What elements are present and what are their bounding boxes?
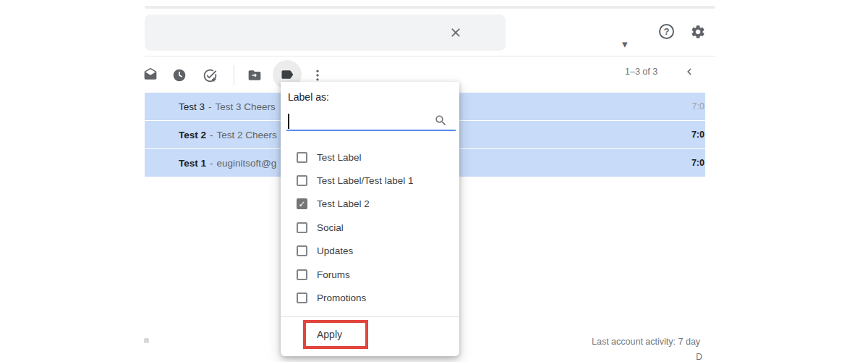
label-option-text: Forums [317,269,350,280]
newer-page-button[interactable] [683,65,696,78]
move-to-button[interactable] [247,68,262,83]
email-snippet: euginitsoft@g [217,158,277,169]
more-vert-icon [310,68,325,83]
open-envelope-icon [143,67,158,82]
search-icon [434,114,448,127]
email-time: 7:0 [692,158,705,168]
label-as-menu: Label as: ✓ Test Label ✓ Test Label/Test… [281,82,459,356]
help-glyph: ? [664,26,670,37]
email-subject: Test 2 [179,130,206,140]
close-icon [448,25,463,40]
label-option-text: Promotions [317,292,366,303]
email-dash: - [210,130,213,140]
label-as-title: Label as: [288,91,329,103]
label-option-text: Test Label/Test label 1 [317,175,414,186]
top-edge-bar [145,6,715,9]
label-option-text: Test Label 2 [317,198,370,209]
label-option[interactable]: ✓ Test Label/Test label 1 [281,169,459,192]
label-option[interactable]: ✓ Test Label 2 [281,193,459,216]
email-subject: Test 1 [179,158,206,169]
text-cursor [288,114,289,129]
label-option-text: Test Label [317,152,362,163]
email-subject: Test 3 [179,101,205,112]
snooze-button[interactable] [172,68,187,83]
label-list: ✓ Test Label ✓ Test Label/Test label 1 ✓… [281,146,459,310]
checkbox-unchecked[interactable]: ✓ [297,245,307,256]
check-plus-icon [203,68,218,83]
last-account-activity: Last account activity: 7 day [592,337,700,347]
label-option[interactable]: ✓ Forums [281,263,459,286]
add-to-tasks-button[interactable] [203,68,217,83]
checkbox-unchecked[interactable]: ✓ [297,175,307,186]
clear-search-icon[interactable] [446,23,465,42]
email-snippet: Test 3 Cheers [216,101,276,112]
label-option-text: Updates [317,245,353,256]
label-icon [280,67,294,82]
toolbar-divider [234,65,234,85]
menu-divider [281,316,459,317]
checkbox-checked[interactable]: ✓ [297,198,307,209]
search-bar[interactable]: ▾ [145,14,506,51]
email-time: 7:0 [692,101,705,111]
help-icon[interactable]: ? [659,24,674,39]
label-option[interactable]: ✓ Social [281,216,459,239]
gmail-screen: ▾ ? [0,0,868,362]
settings-gear-icon[interactable] [690,24,706,40]
more-options-button[interactable] [310,68,325,83]
input-underline [286,130,456,131]
pagination-count: 1–3 of 3 [625,67,658,77]
checkbox-unchecked[interactable]: ✓ [297,152,307,163]
apply-button[interactable]: Apply [317,329,342,340]
email-snippet: Test 2 Cheers [217,130,277,140]
chevron-left-icon [683,65,696,78]
mark-as-read-button[interactable] [143,67,158,82]
header-divider [145,56,715,56]
label-option[interactable]: ✓ Promotions [281,286,459,309]
details-link-partial[interactable]: D [696,352,702,362]
clock-icon [172,68,187,83]
label-search-input[interactable] [286,111,456,130]
checkbox-unchecked[interactable]: ✓ [297,222,307,233]
checkbox-unchecked[interactable]: ✓ [297,269,307,280]
corner-artifact [144,338,149,343]
label-option-text: Social [317,222,344,233]
email-dash: - [208,101,212,112]
search-options-caret-icon[interactable]: ▾ [622,38,628,49]
folder-move-icon [247,68,262,83]
email-dash: - [210,158,213,169]
label-option[interactable]: ✓ Updates [281,240,459,263]
email-time: 7:0 [692,130,705,140]
checkbox-unchecked[interactable]: ✓ [297,292,307,303]
label-option[interactable]: ✓ Test Label [281,146,459,169]
